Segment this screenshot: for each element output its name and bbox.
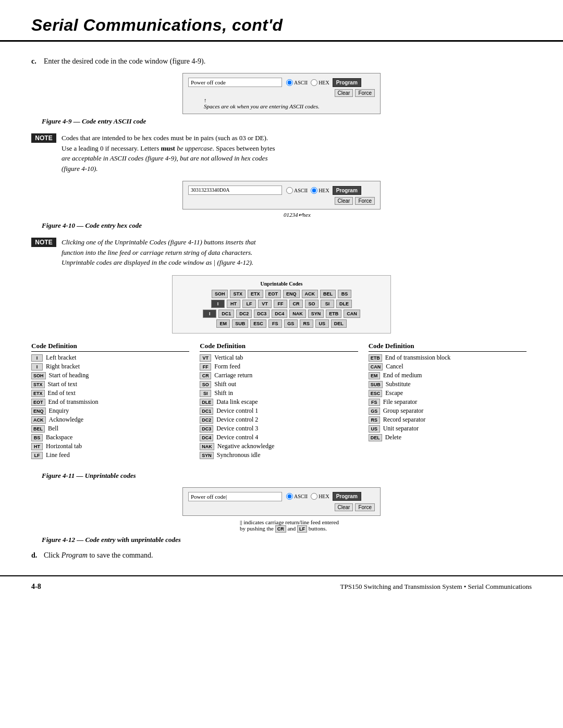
def-text-FS: File separator [383,398,418,406]
figure-9-window: Power off code ASCII HEX Program Clear F… [182,73,381,114]
def-SI: SI Shift in [200,389,358,397]
def-text-SUB: Substitute [386,380,411,388]
def-text-FF: Form feed [214,363,240,371]
fig9-ascii-radio[interactable]: ASCII [286,79,308,86]
tag-SI: SI [200,390,211,397]
unp-CR[interactable]: CR [289,300,303,308]
fig12-clear-button[interactable]: Clear [335,503,353,511]
fig9-force-button[interactable]: Force [355,89,375,97]
tag-DC1: DC1 [200,408,213,415]
unp-ENQ[interactable]: ENQ [283,290,300,298]
def-CR: CR Carriage return [200,372,358,379]
note1-text: Codes that are intended to be hex codes … [62,133,275,174]
fig10-ascii-radio[interactable]: ASCII [286,187,308,194]
unp-GS[interactable]: GS [284,319,298,328]
unp-FF[interactable]: FF [274,300,287,308]
unp-EM[interactable]: EM [216,319,230,328]
figure-11-container: Unprintable Codes SOH STX ETX EOT ENQ AC… [31,275,532,480]
unp-ETX[interactable]: ETX [248,290,263,298]
unp-DLE[interactable]: DLE [336,300,352,308]
fig12-input[interactable]: Power off code| [188,492,282,501]
tag-SUB: SUB [369,381,383,388]
unp-FS[interactable]: FS [268,319,282,328]
def-text-EOT: End of transmission [48,398,99,406]
def-US: US Unit separator [369,425,527,433]
unp-SYN[interactable]: SYN [308,310,324,318]
unp-HT[interactable]: HT [227,300,240,308]
fig12-ascii-radio[interactable]: ASCII [286,493,308,500]
unp-NAK[interactable]: NAK [289,310,306,318]
unp-SI[interactable]: SI [321,300,334,308]
def-text-DC2: Device control 2 [216,416,258,424]
tag-CAN: CAN [369,363,383,371]
fig9-clear-button[interactable]: Clear [335,89,353,97]
note-1: NOTE Codes that are intended to be hex c… [31,133,532,174]
def-text-NAK: Negative acknowledge [217,442,275,450]
tag-DC2: DC2 [200,416,213,424]
def-DC2: DC2 Device control 2 [200,416,358,424]
fig10-force-button[interactable]: Force [355,197,375,205]
figure-10-container: 30313233340D0A ASCII HEX Program Clear F… [31,181,532,230]
fig9-program-button[interactable]: Program [333,78,361,87]
def-text-VT: Vertical tab [214,354,243,362]
unp-STX[interactable]: STX [230,290,246,298]
tag-ETB: ETB [369,354,382,362]
footer-title: TPS150 Switching and Transmission System… [340,583,532,591]
unp-VT[interactable]: VT [258,300,272,308]
unp-SO[interactable]: SO [305,300,319,308]
fig9-hex-radio[interactable]: HEX [311,79,329,86]
tag-CR: CR [200,372,211,379]
unp-BEL[interactable]: BEL [320,290,336,298]
tag-STX: STX [31,381,45,388]
unp-DC1[interactable]: DC1 [218,310,234,318]
unp-DC2[interactable]: DC2 [236,310,252,318]
fig10-program-button[interactable]: Program [333,186,361,195]
step-d-text: Click Program to save the command. [44,551,153,560]
unp-DC4[interactable]: DC4 [272,310,287,318]
fig12-program-button[interactable]: Program [333,492,361,501]
code-def-columns: Code Definition I Left bracket I Right b… [31,342,532,460]
def-text-SI: Shift in [214,389,233,397]
fig12-hex-radio[interactable]: HEX [311,493,329,500]
unp-I1[interactable]: I [211,300,225,308]
unp-ETB[interactable]: ETB [326,310,341,318]
fig10-clear-button[interactable]: Clear [335,197,353,205]
col2-header: Code Definition [200,342,358,352]
code-def-col-1: Code Definition I Left bracket I Right b… [31,342,194,460]
fig12-lf-btn: LF [297,525,307,533]
step-d: d. Click Program to save the command. [31,551,532,560]
tag-FF: FF [200,363,211,371]
def-GS: GS Group separator [369,407,527,415]
unp-US[interactable]: US [315,319,329,328]
def-SO: SO Shift out [200,380,358,388]
unp-ESC[interactable]: ESC [250,319,266,328]
def-ACK: ACK Acknowledge [31,416,189,424]
unp-BS[interactable]: BS [338,290,351,298]
def-ESC: ESC Escape [369,389,527,397]
tag-SOH: SOH [31,372,46,379]
fig12-force-button[interactable]: Force [355,503,375,511]
unp-EOT[interactable]: EOT [265,290,282,298]
unp-ACK[interactable]: ACK [302,290,319,298]
unp-DEL[interactable]: DEL [331,319,347,328]
tag-DC4: DC4 [200,434,213,441]
fig9-input[interactable]: Power off code [188,78,282,87]
fig10-hex-radio[interactable]: HEX [311,187,329,194]
def-text-SYN: Synchronous idle [217,451,261,459]
tag-BEL: BEL [31,425,45,433]
col3-header: Code Definition [369,342,527,352]
def-text-HT: Horizontal tab [46,442,82,450]
unp-CAN[interactable]: CAN [344,310,360,318]
unp-I2[interactable]: I [203,310,216,318]
unp-SOH[interactable]: SOH [212,290,228,298]
fig11-title: Unprintable Codes [180,281,383,287]
unp-SUB[interactable]: SUB [232,319,248,328]
page-title: Serial Communications, cont'd [31,16,283,34]
def-CAN: CAN Cancel [369,363,527,371]
unp-LF[interactable]: LF [242,300,256,308]
unp-DC3[interactable]: DC3 [254,310,270,318]
fig10-input[interactable]: 30313233340D0A [188,186,282,195]
unp-RS[interactable]: RS [300,319,313,328]
def-EM: EM End of medium [369,372,527,379]
tag-EM: EM [369,372,380,379]
